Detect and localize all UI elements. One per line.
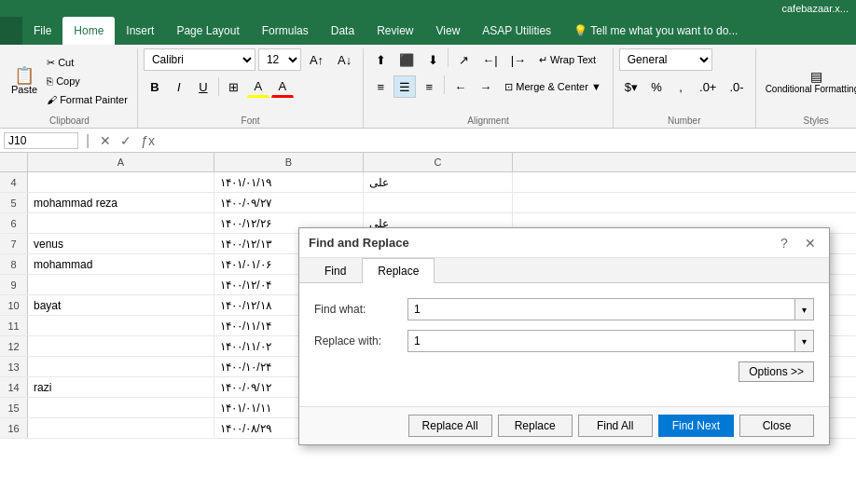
menu-item-data[interactable]: Data [320,17,366,45]
formula-input[interactable] [161,133,856,148]
currency-button[interactable]: $▾ [619,75,643,98]
italic-button[interactable]: I [168,75,190,98]
row-number: 13 [0,357,28,376]
paste-button[interactable]: 📋 Paste [7,54,41,108]
cell-a[interactable]: mohammad [28,254,214,274]
row-number: 6 [0,213,28,233]
format-painter-button[interactable]: 🖌 Format Painter [43,91,131,109]
align-middle-button[interactable]: ⬛ [393,48,420,71]
cell-c[interactable] [364,193,513,212]
cell-a[interactable]: bayat [28,295,214,315]
confirm-formula-button[interactable]: ✓ [117,132,134,149]
merge-center-button[interactable]: ⊡ Merge & Center ▼ [499,75,607,98]
insert-function-button[interactable]: ƒx [138,132,158,149]
decimal-decrease-button[interactable]: .0- [724,75,749,98]
cell-a[interactable] [28,172,214,192]
row-number: 16 [0,418,28,438]
align-bottom-button[interactable]: ⬇ [421,48,444,71]
cell-a[interactable] [28,275,214,294]
menu-bar: FileHomeInsertPage LayoutFormulasDataRev… [0,17,856,45]
clipboard-content: 📋 Paste ✂ Cut ⎘ Copy 🖌 Format Painter [7,48,131,114]
merge-center-dropdown-icon: ▼ [591,81,601,92]
col-header-c[interactable]: C [364,153,513,171]
font-size-select[interactable]: 12 [258,48,301,71]
format-painter-label: Format Painter [60,94,128,105]
wrap-text-icon: ↵ [539,54,547,66]
cell-a[interactable] [28,398,214,417]
col-header-b[interactable]: B [214,153,364,171]
find-what-dropdown[interactable]: ▾ [795,298,814,320]
indent-increase-button[interactable]: |→ [505,48,532,71]
cut-button[interactable]: ✂ Cut [43,54,131,72]
cell-b[interactable]: ۱۴۰۱/۰۱/۱۹ [214,172,364,192]
replace-all-button[interactable]: Replace All [408,415,492,437]
cell-a[interactable]: razi [28,377,214,397]
copy-button[interactable]: ⎘ Copy [43,73,131,90]
cell-a[interactable]: mohammad reza [28,193,214,212]
font-size-increase-button[interactable]: A↑ [304,48,329,71]
find-replace-dialog[interactable]: Find and Replace ? ✕ Find Replace Find w… [298,227,830,445]
cell-a[interactable] [28,336,214,356]
wrap-text-button[interactable]: ↵ Wrap Text [533,48,601,71]
row-num-header [0,153,28,171]
menu-item-help[interactable]: 💡 Tell me what you want to do... [562,17,749,45]
menu-item-file[interactable]: File [22,17,62,45]
tab-find[interactable]: Find [309,258,362,283]
cell-a[interactable]: venus [28,234,214,253]
paste-label: Paste [11,84,37,95]
cell-a[interactable] [28,213,214,233]
tab-replace[interactable]: Replace [362,258,435,283]
percent-button[interactable]: % [645,75,668,98]
find-what-input[interactable] [407,298,795,320]
cell-a[interactable] [28,418,214,438]
cancel-formula-button[interactable]: ✕ [97,132,114,149]
menu-item-insert[interactable]: Insert [115,17,165,45]
cell-a[interactable] [28,316,214,335]
ltr-button[interactable]: → [474,75,497,98]
menu-file[interactable] [0,17,22,45]
align-top-button[interactable]: ⬆ [369,48,392,71]
orientation-button[interactable]: ↗ [452,48,475,71]
cell-c[interactable]: علی [364,172,513,192]
menu-item-page-layout[interactable]: Page Layout [165,17,250,45]
rtl-button[interactable]: ← [449,75,472,98]
comma-button[interactable]: , [670,75,692,98]
indent-decrease-button[interactable]: ←| [476,48,503,71]
menu-item-view[interactable]: View [425,17,472,45]
underline-button[interactable]: U [192,75,214,98]
ribbon: 📋 Paste ✂ Cut ⎘ Copy 🖌 Format Painter Cl… [0,45,856,129]
decimal-increase-button[interactable]: .0+ [694,75,722,98]
menu-item-asap[interactable]: ASAP Utilities [471,17,562,45]
find-next-button[interactable]: Find Next [658,415,734,437]
options-button[interactable]: Options >> [739,361,814,382]
replace-button[interactable]: Replace [498,415,573,437]
dialog-close-button[interactable]: ✕ [801,234,820,252]
col-header-a[interactable]: A [28,153,214,171]
conditional-formatting-button[interactable]: ▤ Conditional Formatting... [762,54,856,108]
menu-item-review[interactable]: Review [366,17,424,45]
font-color-button[interactable]: A [271,75,294,98]
bold-button[interactable]: B [144,75,166,98]
cell-b[interactable]: ۱۴۰۰/۰۹/۲۷ [214,193,364,212]
alignment-top-row: ⬆ ⬛ ⬇ ↗ ←| |→ ↵ Wrap Text [369,48,601,71]
align-left-button[interactable]: ≡ [369,75,392,98]
fill-color-button[interactable]: A [247,75,269,98]
number-format-select[interactable]: General [619,48,712,71]
menu-item-formulas[interactable]: Formulas [251,17,320,45]
options-row: Options >> [314,361,814,382]
close-dialog-button[interactable]: Close [739,415,814,437]
font-size-decrease-button[interactable]: A↓ [332,48,357,71]
name-box[interactable] [4,132,78,149]
cell-a[interactable] [28,357,214,376]
formula-divider: | [86,132,90,149]
replace-with-input[interactable] [407,330,795,352]
align-separator1 [448,48,449,67]
find-all-button[interactable]: Find All [578,415,653,437]
align-right-button[interactable]: ≡ [418,75,440,98]
menu-item-home[interactable]: Home [62,17,115,45]
border-button[interactable]: ⊞ [223,75,245,98]
replace-with-dropdown[interactable]: ▾ [795,330,814,352]
align-center-button[interactable]: ☰ [393,75,416,98]
dialog-help-button[interactable]: ? [775,234,794,252]
font-family-select[interactable]: Calibri [144,48,255,71]
